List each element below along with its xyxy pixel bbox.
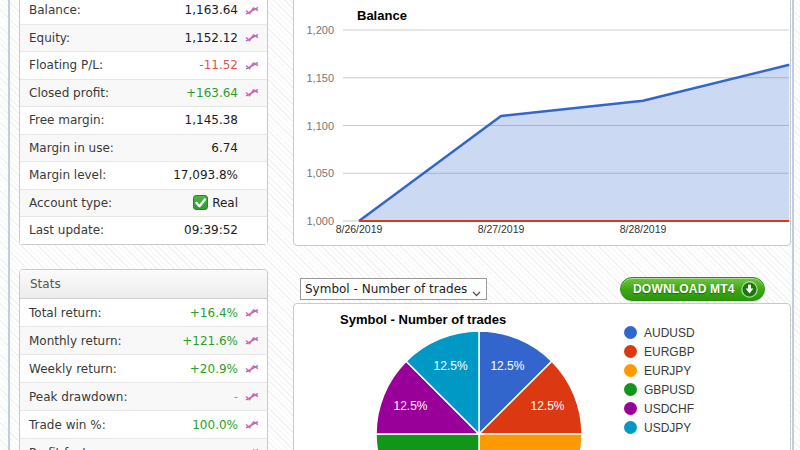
y-axis-tick-label: 1,050 xyxy=(306,167,334,179)
download-arrow-icon xyxy=(741,281,758,298)
row-value: +163.64 xyxy=(186,86,238,100)
mini-chart-icon[interactable] xyxy=(245,60,259,71)
legend-item-audusd: AUDUSD xyxy=(624,326,695,339)
pie-slice-label: 12.5% xyxy=(393,399,427,413)
row-value-text: 1,163.64 xyxy=(185,3,238,17)
table-row: Balance:1,163.64 xyxy=(20,0,267,25)
row-value-text: +121.6% xyxy=(182,334,238,348)
row-value-text: Real xyxy=(212,196,238,210)
row-label: Margin in use: xyxy=(29,141,114,155)
y-axis-tick-label: 1,000 xyxy=(306,215,334,227)
symbol-trades-pie-chart: 12.5%12.5%12.5%12.5% xyxy=(294,304,792,450)
row-label: Trade win %: xyxy=(29,418,106,432)
table-row: Weekly return:+20.9% xyxy=(20,355,267,383)
download-mt4-label: DOWNLOAD MT4 xyxy=(633,282,735,296)
pie-legend: AUDUSDEURGBPEURJPYGBPUSDUSDCHFUSDJPY xyxy=(624,326,695,440)
table-row: Total return:+16.4% xyxy=(20,299,267,327)
legend-item-usdjpy: USDJPY xyxy=(624,421,695,434)
row-value-text: 1,145.38 xyxy=(185,113,238,127)
legend-color-dot xyxy=(624,383,637,396)
table-row: Profit factor: xyxy=(20,439,267,450)
pie-slice-label: 12.5% xyxy=(434,359,468,373)
stats-panel-title: Stats xyxy=(30,277,61,291)
row-value-text: 1,152.12 xyxy=(185,31,238,45)
row-value-text: 09:39:52 xyxy=(184,223,238,237)
pie-slice-eurjpy xyxy=(479,434,582,450)
real-account-checkbox-icon xyxy=(193,195,208,210)
table-row: Monthly return:+121.6% xyxy=(20,327,267,355)
table-row: Margin in use:6.74 xyxy=(20,135,267,163)
y-axis-tick-label: 1,100 xyxy=(306,120,334,132)
legend-label: USDJPY xyxy=(644,421,691,435)
row-label: Margin level: xyxy=(29,168,106,182)
mini-chart-icon[interactable] xyxy=(245,363,259,374)
legend-label: GBPUSD xyxy=(644,383,695,397)
legend-label: USDCHF xyxy=(644,402,694,416)
account-info-panel: Balance:1,163.64Equity:1,152.12Floating … xyxy=(19,0,268,245)
legend-item-usdchf: USDCHF xyxy=(624,402,695,415)
table-row: Last update:09:39:52 xyxy=(20,217,267,244)
row-label: Weekly return: xyxy=(29,362,117,376)
dashboard-page: Balance:1,163.64Equity:1,152.12Floating … xyxy=(0,0,800,450)
row-value: +121.6% xyxy=(182,334,238,348)
chart-type-select[interactable]: Symbol - Number of trades xyxy=(300,278,487,300)
table-row: Floating P/L:-11.52 xyxy=(20,52,267,80)
row-value: - xyxy=(234,390,238,404)
y-axis-tick-label: 1,200 xyxy=(306,24,334,36)
x-axis-tick-label: 8/26/2019 xyxy=(336,223,383,235)
row-label: Peak drawdown: xyxy=(29,390,127,404)
pie-slice-label: 12.5% xyxy=(490,359,524,373)
row-value: -11.52 xyxy=(199,58,238,72)
row-value: 1,163.64 xyxy=(185,3,238,17)
row-label: Closed profit: xyxy=(29,86,109,100)
mini-chart-icon[interactable] xyxy=(245,419,259,430)
legend-color-dot xyxy=(624,402,637,415)
row-value-text: - xyxy=(234,390,238,404)
mini-chart-icon[interactable] xyxy=(245,391,259,402)
mini-chart-icon[interactable] xyxy=(245,87,259,98)
row-label: Monthly return: xyxy=(29,334,122,348)
row-value: +20.9% xyxy=(190,362,238,376)
mini-chart-icon[interactable] xyxy=(245,335,259,346)
stats-panel: Stats Total return:+16.4%Monthly return:… xyxy=(19,269,268,450)
x-axis-tick-label: 8/28/2019 xyxy=(620,223,667,235)
mini-chart-icon[interactable] xyxy=(245,307,259,318)
chart-type-select-wrap: Symbol - Number of trades xyxy=(300,278,487,300)
table-row: Peak drawdown:- xyxy=(20,383,267,411)
legend-color-dot xyxy=(624,421,637,434)
mini-chart-icon[interactable] xyxy=(245,32,259,43)
table-row: Account type:Real xyxy=(20,190,267,218)
stats-panel-header: Stats xyxy=(20,270,267,299)
stats-rows: Total return:+16.4%Monthly return:+121.6… xyxy=(20,299,267,450)
row-value-text: 17,093.8% xyxy=(173,168,238,182)
content-left-border xyxy=(8,0,10,450)
row-label: Free margin: xyxy=(29,113,105,127)
legend-label: AUDUSD xyxy=(644,326,695,340)
row-value-text: +163.64 xyxy=(186,86,238,100)
download-mt4-button[interactable]: DOWNLOAD MT4 xyxy=(620,277,765,301)
row-label: Total return: xyxy=(29,306,102,320)
table-row: Free margin:1,145.38 xyxy=(20,107,267,135)
legend-label: EURGBP xyxy=(644,345,695,359)
balance-area-fill xyxy=(359,65,789,221)
legend-item-eurgbp: EURGBP xyxy=(624,345,695,358)
table-row: Equity:1,152.12 xyxy=(20,25,267,53)
legend-item-gbpusd: GBPUSD xyxy=(624,383,695,396)
table-row: Trade win %:100.0% xyxy=(20,411,267,439)
row-value-text: +20.9% xyxy=(190,362,238,376)
row-value-text: 6.74 xyxy=(211,141,238,155)
legend-label: EURJPY xyxy=(644,364,691,378)
row-value: 6.74 xyxy=(211,141,238,155)
row-value: Real xyxy=(193,195,238,210)
row-value-text: 100.0% xyxy=(192,418,238,432)
balance-chart-panel: Balance 1,0001,0501,1001,1501,2008/26/20… xyxy=(293,0,791,246)
x-axis-tick-label: 8/27/2019 xyxy=(478,223,525,235)
balance-area-chart: 1,0001,0501,1001,1501,2008/26/20198/27/2… xyxy=(294,0,790,245)
legend-color-dot xyxy=(624,326,637,339)
y-axis-tick-label: 1,150 xyxy=(306,72,334,84)
row-label: Equity: xyxy=(29,31,70,45)
legend-color-dot xyxy=(624,364,637,377)
mini-chart-icon[interactable] xyxy=(245,5,259,16)
pie-slice-gbpusd xyxy=(376,434,479,450)
row-value-text: +16.4% xyxy=(190,306,238,320)
